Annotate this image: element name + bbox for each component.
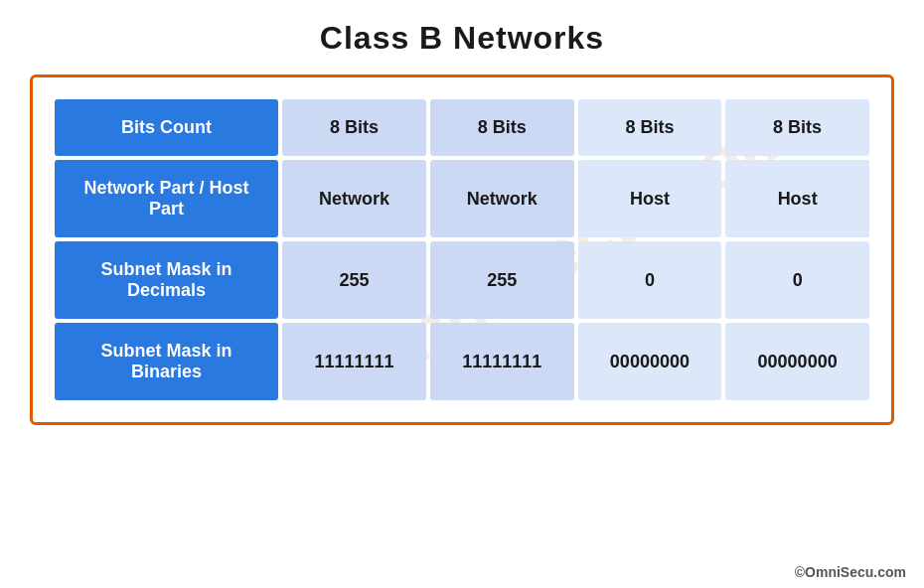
footer-copyright: ©OmniSecu.com — [795, 564, 906, 580]
network-host-col2: Network — [430, 160, 574, 237]
network-host-col1: Network — [282, 160, 426, 237]
table-row: Network Part / Host Part Network Network… — [55, 160, 869, 237]
row-header-subnet-decimals: Subnet Mask in Decimals — [55, 241, 278, 319]
class-b-table: Bits Count 8 Bits 8 Bits 8 Bits 8 Bits N… — [51, 95, 873, 404]
subnet-bin-col1: 11111111 — [282, 323, 426, 400]
page-title: Class B Networks — [320, 20, 604, 57]
table-row: Subnet Mask in Binaries 11111111 1111111… — [55, 323, 869, 400]
subnet-dec-col4: 0 — [725, 241, 869, 319]
table-wrapper: Bits Count 8 Bits 8 Bits 8 Bits 8 Bits N… — [51, 95, 873, 404]
subnet-bin-col3: 00000000 — [578, 323, 722, 400]
bits-count-col1: 8 Bits — [282, 99, 426, 156]
row-header-subnet-binaries: Subnet Mask in Binaries — [55, 323, 278, 400]
subnet-bin-col2: 11111111 — [430, 323, 574, 400]
table-row: Subnet Mask in Decimals 255 255 0 0 — [55, 241, 869, 319]
subnet-dec-col3: 0 — [578, 241, 722, 319]
subnet-bin-col4: 00000000 — [725, 323, 869, 400]
subnet-dec-col1: 255 — [282, 241, 426, 319]
bits-count-col3: 8 Bits — [578, 99, 722, 156]
row-header-network-host: Network Part / Host Part — [55, 160, 278, 237]
bits-count-col4: 8 Bits — [725, 99, 869, 156]
network-host-col3: Host — [578, 160, 722, 237]
row-header-bits-count: Bits Count — [55, 99, 278, 156]
table-row: Bits Count 8 Bits 8 Bits 8 Bits 8 Bits — [55, 99, 869, 156]
subnet-dec-col2: 255 — [430, 241, 574, 319]
network-host-col4: Host — [725, 160, 869, 237]
content-border: OmniSecu.com Bits Count 8 Bits 8 Bits 8 … — [30, 74, 894, 425]
bits-count-col2: 8 Bits — [430, 99, 574, 156]
